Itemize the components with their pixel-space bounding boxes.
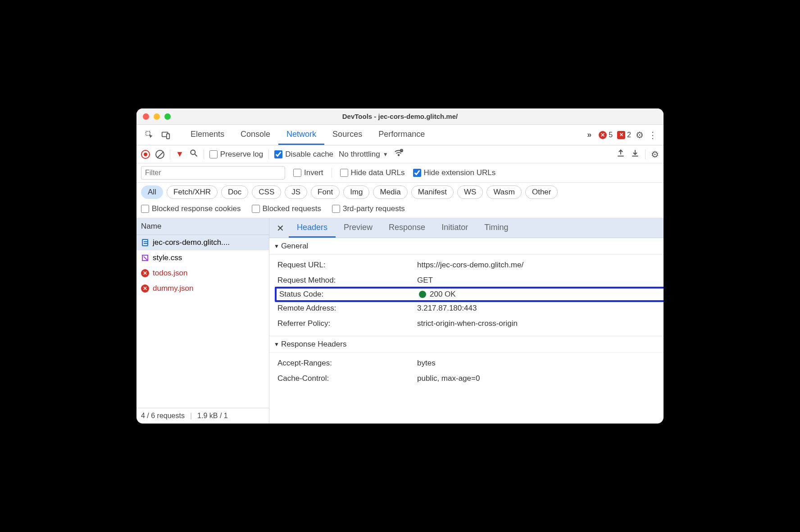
third-party-checkbox[interactable]: 3rd-party requests [332, 204, 405, 213]
record-button[interactable] [141, 150, 150, 159]
more-tabs-icon[interactable]: » [584, 130, 594, 140]
kv-key: Referrer Policy: [277, 319, 417, 328]
kv-row: Request Method: GET [277, 273, 664, 288]
request-row[interactable]: ✕ todos.json [136, 266, 269, 281]
filter-bar: Invert Hide data URLs Hide extension URL… [136, 163, 664, 183]
extra-filters: Blocked response cookies Blocked request… [136, 202, 664, 218]
section-general[interactable]: ▼ General [269, 238, 664, 255]
detail-tab-response[interactable]: Response [381, 218, 433, 238]
section-title: General [281, 242, 308, 251]
window-close-button[interactable] [143, 113, 149, 120]
pill-all[interactable]: All [141, 185, 163, 199]
request-row[interactable]: jec-cors-demo.glitch.... [136, 235, 269, 250]
pill-ws[interactable]: WS [457, 185, 483, 199]
kv-row: Accept-Ranges: bytes [277, 356, 664, 371]
sidebar-header: Name [136, 218, 269, 235]
request-name: todos.json [153, 269, 188, 278]
kv-key: Cache-Control: [277, 374, 417, 383]
response-headers-body: Accept-Ranges: bytes Cache-Control: publ… [269, 353, 664, 391]
network-toolbar: ▼ Preserve log Disable cache No throttli… [136, 145, 664, 163]
kv-value: strict-origin-when-cross-origin [417, 319, 518, 328]
detail-tab-timing[interactable]: Timing [476, 218, 516, 238]
detail-tab-preview[interactable]: Preview [336, 218, 381, 238]
kv-key: Remote Address: [277, 304, 417, 313]
kv-row: Remote Address: 3.217.87.180:443 [277, 301, 664, 316]
upload-har-icon[interactable] [616, 149, 625, 160]
detail-tabs: ✕ Headers Preview Response Initiator Tim… [269, 218, 664, 238]
svg-point-3 [191, 150, 195, 154]
error-circle-icon: ✕ [599, 131, 607, 139]
pill-wasm[interactable]: Wasm [486, 185, 522, 199]
hide-extension-urls-checkbox[interactable]: Hide extension URLs [413, 168, 496, 177]
detail-tab-initiator[interactable]: Initiator [433, 218, 476, 238]
invert-checkbox[interactable]: Invert [293, 168, 323, 177]
tab-performance[interactable]: Performance [370, 125, 433, 145]
close-details-icon[interactable]: ✕ [272, 223, 289, 234]
document-icon [141, 239, 149, 247]
kv-value: https://jec-cors-demo.glitch.me/ [417, 261, 523, 270]
window-minimize-button[interactable] [154, 113, 160, 120]
request-row[interactable]: ✕ dummy.json [136, 281, 269, 296]
kv-row: Cache-Control: public, max-age=0 [277, 371, 664, 386]
device-toolbar-icon[interactable] [160, 129, 172, 141]
kv-value: public, max-age=0 [417, 374, 480, 383]
disclosure-triangle-icon: ▼ [274, 243, 279, 249]
section-title: Response Headers [281, 340, 347, 349]
transfer-size: 1.9 kB / 1 [197, 412, 228, 420]
kv-value: bytes [417, 359, 436, 368]
pill-css[interactable]: CSS [252, 185, 281, 199]
pill-js[interactable]: JS [285, 185, 307, 199]
blocked-requests-checkbox[interactable]: Blocked requests [252, 204, 321, 213]
issue-square-icon: ✕ [617, 131, 625, 139]
more-menu-icon[interactable]: ⋮ [648, 130, 657, 140]
pill-font[interactable]: Font [311, 185, 340, 199]
pill-manifest[interactable]: Manifest [411, 185, 454, 199]
kv-value: 200 OK [419, 290, 456, 299]
window-zoom-button[interactable] [164, 113, 171, 120]
filter-input[interactable] [141, 166, 285, 180]
search-icon[interactable] [189, 149, 198, 160]
tab-sources[interactable]: Sources [324, 125, 370, 145]
error-count-badge[interactable]: ✕ 5 [599, 131, 613, 139]
preserve-log-label: Preserve log [220, 150, 263, 159]
settings-gear-icon[interactable]: ⚙ [636, 130, 644, 140]
request-list: jec-cors-demo.glitch.... style.css ✕ tod… [136, 235, 269, 408]
preserve-log-checkbox[interactable]: Preserve log [209, 150, 263, 159]
network-settings-gear-icon[interactable]: ⚙ [651, 149, 659, 160]
devtools-window: DevTools - jec-cors-demo.glitch.me/ Elem… [136, 108, 664, 424]
titlebar: DevTools - jec-cors-demo.glitch.me/ [136, 108, 664, 125]
status-code-text: 200 OK [430, 290, 456, 299]
network-conditions-icon[interactable] [394, 148, 404, 160]
pill-doc[interactable]: Doc [221, 185, 248, 199]
pill-other[interactable]: Other [525, 185, 558, 199]
tab-elements[interactable]: Elements [182, 125, 232, 145]
inspect-element-icon[interactable] [144, 129, 155, 141]
request-sidebar: Name jec-cors-demo.glitch.... style.css … [136, 218, 269, 424]
window-title: DevTools - jec-cors-demo.glitch.me/ [136, 113, 664, 120]
request-count: 4 / 6 requests [141, 412, 185, 420]
kv-value: 3.217.87.180:443 [417, 304, 477, 313]
request-name: jec-cors-demo.glitch.... [153, 238, 230, 247]
status-dot-icon [419, 291, 426, 298]
disable-cache-checkbox[interactable]: Disable cache [274, 150, 333, 159]
blocked-cookies-checkbox[interactable]: Blocked response cookies [141, 204, 241, 213]
throttling-select[interactable]: No throttling ▼ [339, 150, 388, 159]
detail-tab-headers[interactable]: Headers [289, 218, 336, 238]
request-row[interactable]: style.css [136, 250, 269, 266]
content-area: Name jec-cors-demo.glitch.... style.css … [136, 218, 664, 424]
kv-key: Accept-Ranges: [277, 359, 417, 368]
general-body: Request URL: https://jec-cors-demo.glitc… [269, 255, 664, 336]
clear-button[interactable] [155, 150, 164, 159]
pill-fetch-xhr[interactable]: Fetch/XHR [167, 185, 218, 199]
tab-console[interactable]: Console [232, 125, 278, 145]
download-har-icon[interactable] [631, 149, 640, 160]
pill-img[interactable]: Img [343, 185, 369, 199]
section-response-headers[interactable]: ▼ Response Headers [269, 336, 664, 353]
disable-cache-label: Disable cache [285, 150, 333, 159]
svg-point-5 [398, 154, 399, 156]
hide-data-urls-checkbox[interactable]: Hide data URLs [340, 168, 405, 177]
tab-network[interactable]: Network [278, 125, 324, 145]
filter-toggle-icon[interactable]: ▼ [176, 149, 184, 159]
pill-media[interactable]: Media [373, 185, 407, 199]
issue-count-badge[interactable]: ✕ 2 [617, 131, 631, 139]
